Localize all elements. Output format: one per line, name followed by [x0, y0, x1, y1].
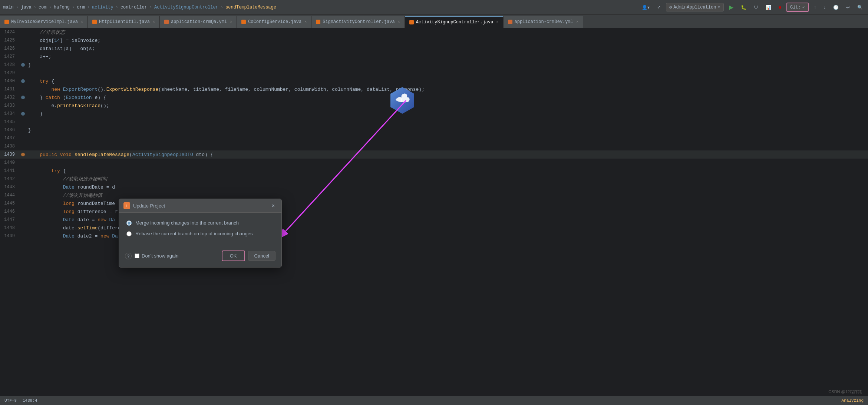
dialog-title-area: ↑ Update Project [123, 202, 165, 209]
dialog-title: Update Project [133, 203, 165, 209]
dialog-header: ↑ Update Project × [119, 199, 281, 213]
breadcrumb-com[interactable]: com [39, 5, 47, 10]
code-line-1426: 1426 dataList[a] = objs; [0, 44, 868, 53]
app-selector[interactable]: ⚙ AdminApplication ▾ [666, 3, 724, 11]
revert-button[interactable]: ↩ [844, 4, 852, 11]
breadcrumb-controller[interactable]: controller [121, 5, 147, 10]
status-bar: UTF-8 1439:4 Analyzing [0, 396, 868, 405]
yml-icon [508, 20, 512, 24]
top-bar-right: 👤▾ ✓ ⚙ AdminApplication ▾ ▶ 🐛 🛡 📊 ■ Git:… [640, 3, 865, 12]
java-icon [241, 20, 246, 24]
java-icon [92, 20, 97, 24]
gutter-1432 [19, 96, 27, 99]
close-icon[interactable]: × [153, 20, 155, 24]
breadcrumb-activity[interactable]: activity [92, 5, 113, 10]
history-button[interactable]: 🕐 [831, 4, 841, 11]
push-button[interactable]: ↑ [812, 4, 818, 11]
dialog-icon-symbol: ↑ [126, 204, 128, 208]
tab-label: application-crmQa.yml [171, 19, 227, 24]
update-project-dialog[interactable]: ↑ Update Project × Merge incoming change… [119, 199, 282, 268]
tab-bar: MyInvoiceServiceImpl.java × HttpClientUt… [0, 15, 868, 28]
dont-show-text: Don't show again [142, 253, 178, 259]
tab-httpclient[interactable]: HttpClientUtil.java × [88, 16, 160, 28]
status-line-col: 1439:4 [23, 398, 37, 403]
user-button[interactable]: 👤▾ [640, 4, 652, 11]
run-button[interactable]: ▶ [727, 3, 736, 11]
tab-label: HttpClientUtil.java [99, 19, 150, 24]
analyzing-label: Analyzing [842, 398, 864, 403]
breadcrumb-hafeng[interactable]: hafeng [54, 5, 70, 10]
chevron-down-icon: ▾ [717, 4, 720, 10]
code-line-1430: 1430 try { [0, 77, 868, 85]
dialog-close-button[interactable]: × [270, 202, 277, 209]
code-line-1431: 1431 new ExportReport().ExportWithRespon… [0, 85, 868, 93]
coverage-button[interactable]: 🛡 [752, 4, 760, 11]
ok-button[interactable]: OK [222, 250, 245, 261]
breadcrumb: main › java › com › hafeng › crm › activ… [3, 5, 276, 10]
vcs-button[interactable]: ✓ [655, 4, 663, 11]
breadcrumb-method[interactable]: sendTemplateMessage [225, 5, 276, 10]
gutter-1434 [19, 112, 27, 116]
close-icon[interactable]: × [304, 20, 307, 24]
code-line-1436: 1436 } [0, 126, 868, 134]
stop-button[interactable]: ■ [776, 4, 783, 11]
pull-button[interactable]: ↓ [821, 4, 828, 11]
merge-option[interactable]: Merge incoming changes into the current … [126, 220, 274, 226]
git-label: Git: [790, 5, 801, 10]
yml-icon [164, 20, 169, 24]
dialog-footer: ? Don't show again OK Cancel [119, 248, 281, 267]
rebase-option[interactable]: Rebase the current branch on top of inco… [126, 231, 274, 236]
code-line-1440: 1440 [0, 159, 868, 167]
breadcrumb-java[interactable]: java [21, 5, 32, 10]
code-line-1434: 1434 } [0, 110, 868, 118]
tab-label: SignActivityController.java [323, 19, 395, 24]
code-line-1439: 1439 public void sendTemplateMessage(Act… [0, 150, 868, 159]
close-icon[interactable]: × [576, 20, 578, 24]
tab-label: CoConfigService.java [248, 19, 301, 24]
close-icon[interactable]: × [230, 20, 232, 24]
code-line-1427: 1427 a++; [0, 53, 868, 61]
profiler-button[interactable]: 📊 [763, 4, 773, 11]
code-line-1428: 1428 } [0, 61, 868, 69]
code-line-1441: 1441 try { [0, 167, 868, 175]
git-area[interactable]: Git: ✓ [786, 3, 809, 12]
breadcrumb-crm[interactable]: crm [77, 5, 85, 10]
code-line-1437: 1437 [0, 134, 868, 142]
main-area: 1424 //开票状态 1425 objs[14] = isInvoice; 1… [0, 28, 868, 405]
top-bar: main › java › com › hafeng › crm › activ… [0, 0, 868, 15]
java-icon [4, 20, 9, 24]
merge-radio[interactable] [126, 220, 132, 226]
tab-myinvoice[interactable]: MyInvoiceServiceImpl.java × [0, 16, 88, 28]
code-line-1442: 1442 //获取场次开始时间 [0, 175, 868, 183]
code-line-1444: 1444 //场次开始毫秒值 [0, 191, 868, 199]
tab-crmqa[interactable]: application-crmQa.yml × [160, 16, 237, 28]
close-icon[interactable]: × [81, 20, 83, 24]
tab-activitysignup[interactable]: ActivitySignupController.java × [405, 16, 504, 28]
close-icon[interactable]: × [496, 20, 498, 24]
breadcrumb-class[interactable]: ActivitySignupController [154, 5, 218, 10]
status-info: UTF-8 [4, 398, 17, 403]
code-line-1429: 1429 [0, 69, 868, 77]
gutter-1439 [19, 153, 27, 156]
tab-coconfig[interactable]: CoConfigService.java × [237, 16, 311, 28]
breadcrumb-main[interactable]: main [3, 5, 14, 10]
git-check-icon: ✓ [802, 4, 805, 10]
dialog-icon: ↑ [123, 202, 130, 209]
debug-button[interactable]: 🐛 [739, 4, 749, 11]
rebase-label: Rebase the current branch on top of inco… [135, 231, 253, 236]
code-line-1438: 1438 [0, 142, 868, 150]
tab-crmdev[interactable]: application-crmDev.yml × [504, 16, 583, 28]
help-icon[interactable]: ? [125, 253, 132, 259]
java-icon [316, 20, 320, 24]
cancel-button[interactable]: Cancel [248, 251, 275, 261]
code-line-1432: 1432 } catch (Exception e) { [0, 93, 868, 102]
close-icon[interactable]: × [398, 20, 400, 24]
dont-show-label[interactable]: Don't show again [135, 253, 178, 259]
code-line-1425: 1425 objs[14] = isInvoice; [0, 36, 868, 44]
tab-signactivity[interactable]: SignActivityController.java × [311, 16, 405, 28]
rebase-radio[interactable] [126, 231, 132, 236]
search-button[interactable]: 🔍 [855, 4, 865, 11]
dont-show-checkbox[interactable] [135, 253, 139, 258]
dialog-body: Merge incoming changes into the current … [119, 213, 281, 248]
code-line-1433: 1433 e.printStackTrace(); [0, 102, 868, 110]
